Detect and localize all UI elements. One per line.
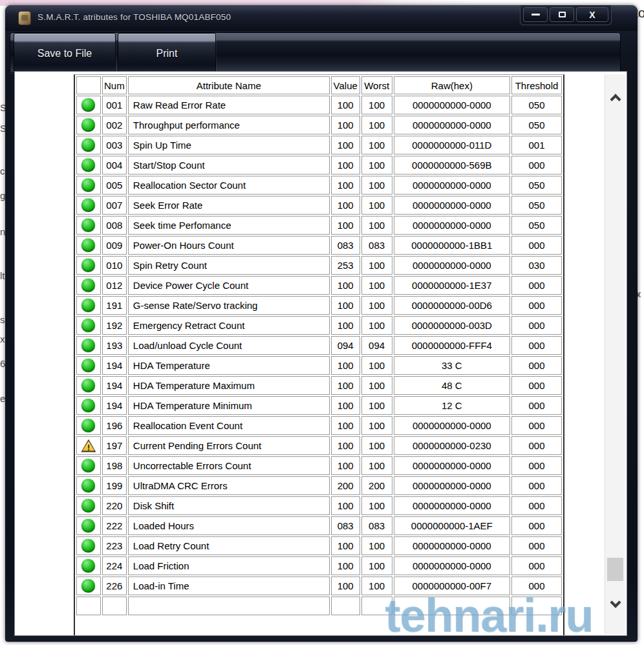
cell-worst: 200 bbox=[361, 476, 392, 495]
status-ok-icon bbox=[81, 459, 95, 472]
status-ok-icon bbox=[81, 419, 95, 432]
cell-worst: 083 bbox=[361, 236, 392, 255]
cell-threshold: 000 bbox=[511, 536, 562, 555]
cell-worst: 094 bbox=[361, 336, 392, 355]
cell-worst: 100 bbox=[361, 376, 392, 395]
cell-value: 100 bbox=[331, 316, 360, 335]
window-title: S.M.A.R.T. atributes for TOSHIBA MQ01ABF… bbox=[38, 12, 231, 22]
cell-worst: 100 bbox=[361, 136, 392, 154]
cell-threshold: 000 bbox=[511, 296, 562, 315]
status-cell bbox=[76, 276, 101, 295]
status-cell bbox=[76, 597, 101, 615]
minimize-button[interactable] bbox=[523, 7, 548, 22]
raw-column-header: Raw(hex) bbox=[394, 76, 510, 94]
print-button[interactable]: Print bbox=[118, 33, 216, 74]
print-label: Print bbox=[156, 48, 178, 59]
cell-num: 224 bbox=[102, 556, 127, 575]
cell-num: 197 bbox=[102, 436, 127, 455]
background-text-fragment: c bbox=[0, 165, 5, 176]
background-text-fragment: 6 bbox=[0, 358, 5, 369]
cell-worst: 100 bbox=[361, 196, 392, 215]
table-row: 007Seek Error Rate1001000000000000-00000… bbox=[76, 196, 562, 215]
cell-threshold: 000 bbox=[511, 556, 562, 575]
value-column-header: Value bbox=[331, 76, 360, 94]
cell-value: 100 bbox=[331, 416, 360, 435]
smart-attributes-window: S.M.A.R.T. atributes for TOSHIBA MQ01ABF… bbox=[5, 5, 638, 642]
status-ok-icon bbox=[81, 118, 95, 132]
cell-attribute-name: UltraDMA CRC Errors bbox=[128, 476, 330, 495]
status-ok-icon bbox=[81, 499, 95, 513]
cell-raw-hex: 0000000000-569B bbox=[394, 156, 510, 174]
cell-value: 083 bbox=[331, 236, 360, 255]
vertical-scrollbar[interactable] bbox=[605, 74, 625, 634]
status-ok-icon bbox=[81, 138, 95, 152]
cell-threshold: 000 bbox=[511, 416, 562, 435]
cell-attribute-name bbox=[128, 597, 330, 615]
cell-threshold: 000 bbox=[511, 516, 562, 535]
status-ok-icon bbox=[81, 178, 95, 192]
cell-threshold: 030 bbox=[511, 256, 562, 275]
cell-attribute-name: Start/Stop Count bbox=[128, 156, 330, 174]
cell-threshold: 000 bbox=[511, 576, 562, 595]
cell-worst: 100 bbox=[361, 316, 392, 335]
cell-attribute-name: Load Friction bbox=[128, 556, 330, 575]
cell-attribute-name: Seek time Perfomance bbox=[128, 216, 330, 235]
table-row: 012Device Power Cycle Count1001000000000… bbox=[76, 276, 562, 295]
toolbar: Save to File Print bbox=[10, 32, 621, 73]
cell-num: 012 bbox=[102, 276, 127, 295]
status-ok-icon bbox=[81, 198, 95, 212]
background-text-fragment: S bbox=[0, 102, 5, 113]
cell-value: 100 bbox=[331, 96, 360, 114]
table-row: 001Raw Read Error Rate1001000000000000-0… bbox=[76, 96, 562, 114]
cell-worst: 083 bbox=[361, 516, 392, 535]
status-ok-icon bbox=[81, 299, 95, 312]
scroll-down-button[interactable] bbox=[605, 590, 625, 619]
cell-raw-hex: 0000000000-0000 bbox=[394, 476, 510, 495]
table-row: 196Reallocation Event Count1001000000000… bbox=[76, 416, 562, 435]
scroll-up-button[interactable] bbox=[605, 83, 625, 112]
cell-num: 007 bbox=[102, 196, 127, 215]
cell-raw-hex: 0000000000-0000 bbox=[394, 456, 510, 475]
status-ok-icon bbox=[81, 539, 95, 553]
cell-raw-hex: 0000000000-0000 bbox=[394, 556, 510, 575]
cell-worst: 100 bbox=[361, 576, 392, 595]
cell-num: 222 bbox=[102, 516, 127, 535]
cell-num: 194 bbox=[102, 376, 127, 395]
worst-column-header: Worst bbox=[361, 76, 392, 94]
title-bar[interactable]: S.M.A.R.T. atributes for TOSHIBA MQ01ABF… bbox=[5, 5, 638, 31]
cell-attribute-name: Raw Read Error Rate bbox=[128, 96, 330, 114]
cell-attribute-name: Disk Shift bbox=[128, 496, 330, 515]
cell-worst: 100 bbox=[361, 536, 392, 555]
threshold-column-header: Threshold bbox=[511, 76, 562, 94]
status-cell bbox=[76, 536, 101, 555]
cell-threshold: 000 bbox=[511, 236, 562, 255]
cell-attribute-name: Throughput performance bbox=[128, 116, 330, 134]
save-to-file-button[interactable]: Save to File bbox=[14, 33, 116, 74]
num-column-header: Num bbox=[102, 76, 127, 94]
scrollbar-thumb[interactable] bbox=[607, 558, 623, 581]
background-text-fragment: n bbox=[0, 226, 5, 237]
cell-num: 194 bbox=[102, 356, 127, 375]
close-button[interactable]: X bbox=[576, 7, 608, 22]
cell-threshold: 000 bbox=[511, 276, 562, 295]
save-to-file-label: Save to File bbox=[38, 48, 92, 59]
cell-raw-hex: 0000000000-0000 bbox=[394, 176, 510, 195]
cell-worst: 100 bbox=[361, 496, 392, 515]
cell-raw-hex: 0000000000-0000 bbox=[394, 196, 510, 215]
cell-attribute-name: Current Pending Errors Count bbox=[128, 436, 330, 455]
cell-raw-hex: 0000000000-0000 bbox=[394, 536, 510, 555]
client-area: Num Attribute Name Value Worst Raw(hex) … bbox=[14, 71, 627, 636]
background-text-fragment: s bbox=[0, 314, 5, 325]
maximize-button[interactable] bbox=[550, 7, 574, 22]
cell-raw-hex: 0000000000-011D bbox=[394, 136, 510, 154]
cell-num: 220 bbox=[102, 496, 127, 515]
status-ok-icon bbox=[81, 379, 95, 392]
close-icon: X bbox=[589, 10, 595, 19]
cell-threshold: 000 bbox=[511, 336, 562, 355]
table-row: 220Disk Shift1001000000000000-0000000 bbox=[76, 496, 562, 515]
cell-attribute-name: Spin Up Time bbox=[128, 136, 330, 154]
status-ok-icon bbox=[81, 559, 95, 573]
cell-num: 192 bbox=[102, 316, 127, 335]
cell-raw-hex: 0000000000-003D bbox=[394, 316, 510, 335]
table-header-row: Num Attribute Name Value Worst Raw(hex) … bbox=[76, 76, 562, 94]
